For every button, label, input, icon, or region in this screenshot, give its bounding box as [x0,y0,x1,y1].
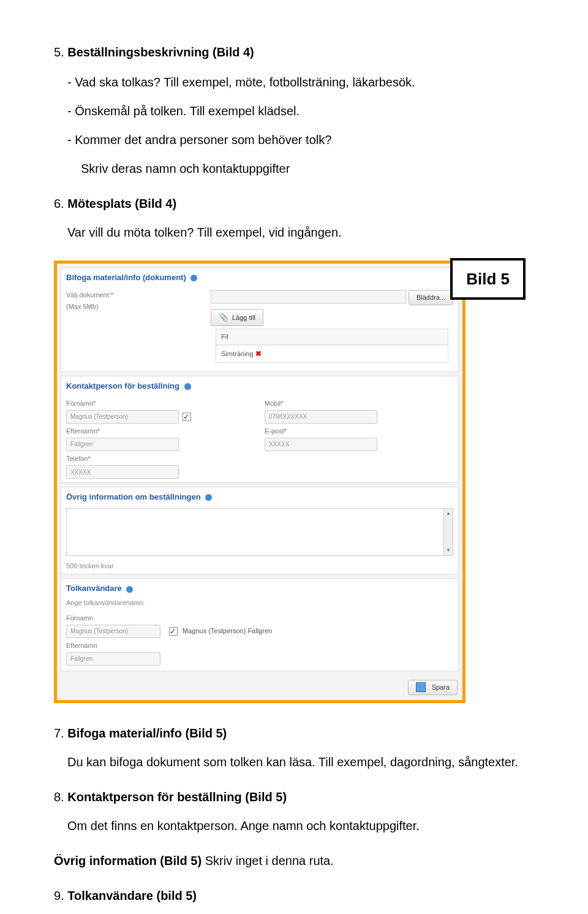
panel-attach-header-text: Bifoga material/info (dokument) [66,273,186,282]
panel-contact-header: Kontaktperson för beställning [61,376,458,395]
form-screenshot: Bifoga material/info (dokument) Välj dok… [54,261,466,703]
char-counter: 500 tecken kvar [61,558,458,574]
file-name: Simträning [221,350,254,357]
item-5-sub-1: - Vad ska tolkas? Till exempel, möte, fo… [67,73,534,92]
fornamn-input[interactable]: Magnus (Testperson) [66,410,179,424]
fornamn-checkbox[interactable] [183,413,191,421]
panel-contact-header-text: Kontaktperson för beställning [66,381,179,390]
item-5-title: Beställningsbeskrivning (Bild 4) [67,45,254,59]
epost-label: E-post* [265,426,453,436]
item-8-line: Om det finns en kontaktperson. Ange namn… [67,817,534,836]
panel-ovrig-header: Övrig information om beställningen [61,487,458,506]
item-5-num: 5. [54,45,64,59]
save-button[interactable]: Spara [408,680,458,695]
panel-user: Tolkanvändare Ange tolkanvändarenamn: Fö… [61,578,459,671]
fornamn-label: Förnamn* [66,398,255,409]
ovrig-textarea[interactable]: ▲▼ [66,508,453,556]
item-8: 8. Kontaktperson för beställning (Bild 5… [54,788,534,836]
save-icon [416,682,426,692]
item-7-num: 7. [54,726,64,740]
panel-ovrig: Övrig information om beställningen ▲▼ 50… [61,487,459,574]
user-efternamn-label: Efternamn [66,641,453,651]
panel-user-sub: Ange tolkanvändarenamn: [61,598,458,611]
panel-contact: Kontaktperson för beställning Förnamn* M… [61,376,459,483]
panel-ovrig-header-text: Övrig information om beställningen [66,492,201,501]
user-fornamn-input[interactable]: Magnus (Testperson) [66,625,160,638]
efternamn-label: Efternamn* [66,426,255,436]
panel-attach-header: Bifoga material/info (dokument) [61,268,458,286]
item-6-title: Mötesplats (Bild 4) [67,197,176,210]
item-8-num: 8. [54,790,64,804]
item-ovrig-bold: Övrig information (Bild 5) [54,854,202,867]
mobil-label: Mobil* [265,398,453,409]
item-7: 7. Bifoga material/info (Bild 5) Du kan … [54,724,534,772]
delete-file-icon[interactable]: ✖ [255,349,262,358]
table-row: Simträning ✖ [216,345,448,362]
save-button-label: Spara [432,682,450,693]
info-icon[interactable] [184,383,191,390]
info-icon[interactable] [190,275,197,281]
item-9-num: 9. [54,889,64,902]
browse-button[interactable]: Bläddra... [409,290,453,305]
figure-bild5-wrap: Bild 5 Bifoga material/info (dokument) V… [54,261,534,703]
add-button[interactable]: 📎 Lägg till [211,309,263,326]
item-5-sub-2: - Önskemål på tolken. Till exempel kläds… [67,102,534,121]
file-col-header: Fil [216,329,448,345]
item-9: 9. Tolkanvändare (bild 5) Kontrollera at… [54,886,534,914]
file-path-input[interactable] [211,290,406,303]
user-checkbox[interactable] [169,627,178,636]
paperclip-icon: 📎 [219,311,228,324]
file-table: Fil Simträning ✖ [216,329,448,363]
item-9-title: Tolkanvändare (bild 5) [67,889,197,902]
user-efternamn-input[interactable]: Fallgren [66,652,160,666]
item-8-title: Kontaktperson för beställning (Bild 5) [67,790,287,804]
telefon-label: Telefon* [66,454,255,464]
panel-attach: Bifoga material/info (dokument) Välj dok… [61,267,459,372]
item-7-title: Bifoga material/info (Bild 5) [67,726,227,740]
item-6-line: Var vill du möta tolken? Till exempel, v… [67,223,534,242]
item-5: 5. Beställningsbeskrivning (Bild 4) - Va… [54,43,534,178]
item-6: 6. Mötesplats (Bild 4) Var vill du möta … [54,194,534,242]
user-fornamn-label: Förnamn [66,613,453,623]
bild5-label: Bild 5 [450,258,526,300]
efternamn-input[interactable]: Fallgren [66,438,179,451]
add-button-label: Lägg till [232,313,255,323]
item-5-sub-3: - Kommer det andra personer som behöver … [67,131,534,150]
user-fullname: Magnus (Testperson) Fallgren [183,626,272,636]
panel-user-header-text: Tolkanvändare [66,584,122,593]
mobil-input[interactable]: 0708XXXXXX [265,410,377,424]
info-icon[interactable] [126,586,133,593]
item-ovrig-rest: Skriv inget i denna ruta. [202,854,334,867]
item-7-line: Du kan bifoga dokument som tolken kan lä… [67,753,534,772]
panel-user-header: Tolkanvändare [61,579,458,597]
info-icon[interactable] [205,494,212,501]
item-ovrig: Övrig information (Bild 5) Skriv inget i… [54,851,534,870]
epost-input[interactable]: XXXXX [265,438,377,451]
telefon-input[interactable]: XXXXX [66,465,179,479]
choose-doc-label: Välj dokument:* [66,290,201,300]
item-5-tail: Skriv deras namn och kontaktuppgifter [81,159,534,178]
item-6-num: 6. [54,197,64,210]
scrollbar[interactable]: ▲▼ [443,509,453,555]
max-size-label: (Max 5Mb) [66,302,201,312]
